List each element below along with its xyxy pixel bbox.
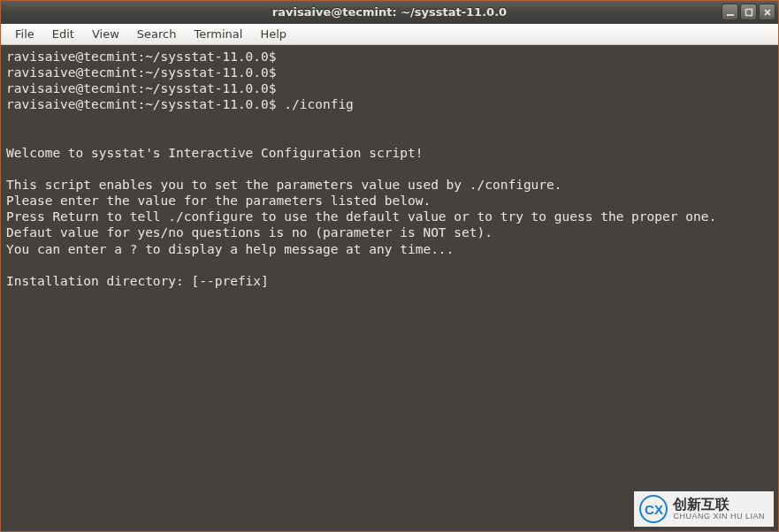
- minimize-icon: [726, 8, 735, 17]
- menu-view[interactable]: View: [83, 26, 128, 42]
- close-icon: [763, 8, 772, 17]
- close-button[interactable]: [759, 4, 775, 20]
- terminal-window: ravisaive@tecmint: ~/sysstat-11.0.0 File…: [0, 0, 779, 532]
- window-controls: [722, 4, 775, 20]
- menubar: File Edit View Search Terminal Help: [1, 24, 778, 45]
- menu-file[interactable]: File: [6, 26, 43, 42]
- svg-rect-0: [727, 14, 734, 16]
- menu-edit[interactable]: Edit: [43, 26, 83, 42]
- watermark: CX 创新互联 CHUANG XIN HU LIAN: [634, 491, 774, 527]
- menu-terminal[interactable]: Terminal: [185, 26, 251, 42]
- watermark-cn: 创新互联: [673, 497, 765, 513]
- maximize-icon: [745, 8, 753, 17]
- svg-rect-1: [745, 9, 752, 15]
- minimize-button[interactable]: [722, 4, 738, 20]
- menu-search[interactable]: Search: [128, 26, 186, 42]
- titlebar: ravisaive@tecmint: ~/sysstat-11.0.0: [1, 1, 778, 24]
- window-title: ravisaive@tecmint: ~/sysstat-11.0.0: [4, 5, 775, 19]
- terminal-content[interactable]: ravisaive@tecmint:~/sysstat-11.0.0$ ravi…: [1, 45, 778, 531]
- menu-help[interactable]: Help: [251, 26, 295, 42]
- watermark-en: CHUANG XIN HU LIAN: [673, 513, 765, 521]
- watermark-icon: CX: [639, 495, 668, 523]
- maximize-button[interactable]: [740, 4, 757, 20]
